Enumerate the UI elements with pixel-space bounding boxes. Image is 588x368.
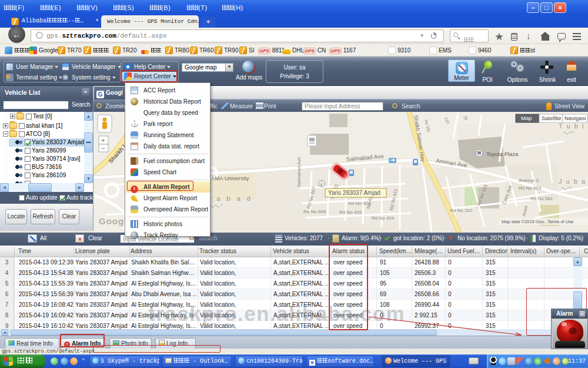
svg-text:AMA University: AMA University [211,175,249,181]
svg-text:–: – [102,144,106,151]
svg-text:T u b l i: T u b l i [559,122,588,130]
svg-text:Rd No 424: Rd No 424 [372,216,395,221]
svg-text:Rd No 605: Rd No 605 [303,209,326,214]
svg-text:Map data ©2015 Goo.. Terms of: Map data ©2015 Goo.. Terms of Use [502,219,573,224]
svg-text:Toyota Plaza: Toyota Plaza [486,151,519,157]
svg-text:Map: Map [521,115,532,121]
svg-text:Rd No 425: Rd No 425 [339,210,362,215]
svg-text:Yaris 283037 Amjad: Yaris 283037 Amjad [328,190,380,196]
svg-text:Rd No 561: Rd No 561 [530,196,553,201]
svg-text:m a b a d: m a b a d [205,195,253,202]
svg-text:+: + [101,137,105,144]
svg-text:Salmabad Ave: Salmabad Ave [296,157,302,187]
svg-text:Navigasi: Navigasi [564,115,586,121]
svg-text:J u b a i l: J u b a i l [559,178,588,185]
svg-text:Rd No 310: Rd No 310 [450,208,473,213]
svg-text:Rd No 553: Rd No 553 [519,185,542,191]
svg-text:Avenue 3: Avenue 3 [519,178,539,183]
svg-text:Satellite: Satellite [542,115,562,121]
